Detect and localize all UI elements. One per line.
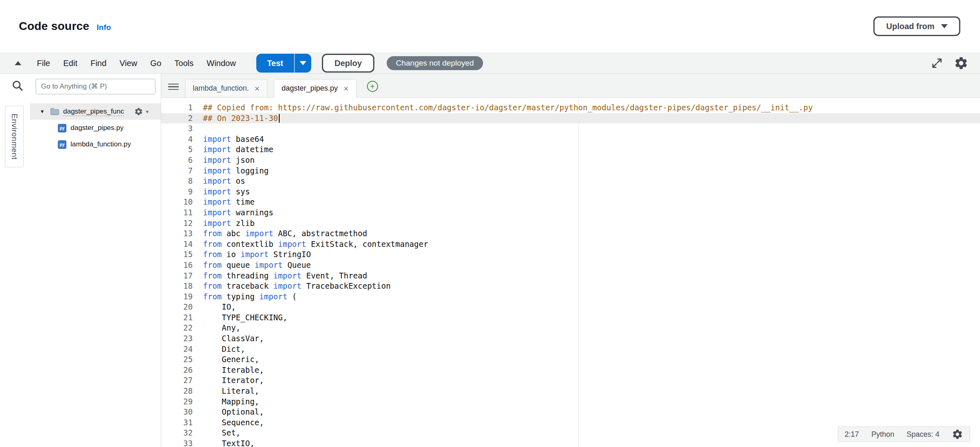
line-number: 32 [161, 428, 193, 438]
code-line-26[interactable]: 26 Iterable, [161, 365, 980, 376]
tab-list-icon[interactable] [168, 84, 179, 90]
code-line-18[interactable]: 18from traceback import TracebackExcepti… [161, 281, 980, 292]
code-text: import logging [193, 166, 269, 176]
code-line-5[interactable]: 5import datetime [161, 144, 980, 155]
code-lines: 1## Copied from: https://raw.githubuserc… [161, 98, 980, 447]
code-text: ## On 2023-11-30 [193, 113, 280, 124]
code-editor[interactable]: 1## Copied from: https://raw.githubuserc… [161, 98, 980, 447]
close-tab-icon[interactable]: × [344, 84, 349, 93]
code-line-21[interactable]: 21 TYPE_CHECKING, [161, 312, 980, 323]
code-line-1[interactable]: 1## Copied from: https://raw.githubuserc… [161, 103, 980, 113]
menu-tools[interactable]: Tools [168, 52, 200, 74]
code-line-15[interactable]: 15from io import StringIO [161, 249, 980, 260]
menu-file[interactable]: File [30, 52, 57, 74]
code-line-10[interactable]: 10import time [161, 197, 980, 208]
line-number: 27 [161, 375, 193, 386]
file-label: dagster_pipes.py [71, 124, 123, 132]
code-text: Iterable, [193, 365, 264, 376]
tab-dagster-pipes-py[interactable]: dagster_pipes.py× [274, 79, 356, 98]
lambda-code-editor-panel: Code source Info Upload from FileEditFin… [0, 0, 980, 447]
code-line-12[interactable]: 12import zlib [161, 218, 980, 229]
code-text: ClassVar, [193, 333, 264, 344]
line-number: 5 [161, 144, 193, 155]
tree-item-lambda-function-py[interactable]: pylambda_function.py [30, 136, 161, 153]
deploy-status-badge: Changes not deployed [387, 56, 483, 70]
chevron-down-icon: ▼ [145, 109, 149, 114]
menu-window[interactable]: Window [200, 52, 242, 74]
tab-lambda-function[interactable]: lambda_function.× [185, 79, 267, 97]
code-line-30[interactable]: 30 Optional, [161, 407, 980, 417]
code-line-16[interactable]: 16from queue import Queue [161, 260, 980, 271]
new-tab-button[interactable]: + [367, 81, 378, 92]
chevron-down-icon [941, 24, 948, 28]
environment-tab[interactable]: Environment [5, 106, 24, 167]
code-line-25[interactable]: 25 Generic, [161, 354, 980, 365]
code-text: from traceback import TracebackException [193, 281, 391, 292]
editor-status-bar: 2:17 Python Spaces: 4 [838, 426, 970, 442]
menu-view[interactable]: View [113, 52, 144, 74]
code-text: Optional, [193, 407, 264, 417]
python-file-icon: py [58, 124, 66, 132]
goto-anything-input[interactable] [36, 79, 155, 94]
editor-main: lambda_function.×dagster_pipes.py× + 1##… [161, 74, 980, 447]
editor-menubar: FileEditFindViewGoToolsWindow Test Deplo… [0, 52, 980, 74]
menu-items: FileEditFindViewGoToolsWindow [30, 52, 242, 74]
upload-from-button[interactable]: Upload from [873, 16, 960, 36]
test-button[interactable]: Test [256, 54, 294, 73]
line-number: 15 [161, 249, 193, 260]
python-file-icon: py [58, 140, 66, 149]
code-line-7[interactable]: 7import logging [161, 166, 980, 176]
code-line-23[interactable]: 23 ClassVar, [161, 333, 980, 344]
cursor-position[interactable]: 2:17 [845, 430, 859, 439]
code-text: import warnings [193, 208, 273, 218]
file-tree: ▼dagster_pipes_func▼pydagster_pipes.pypy… [30, 103, 161, 153]
code-text: Sequence, [193, 417, 264, 428]
settings-gear-icon[interactable] [954, 56, 969, 71]
language-mode[interactable]: Python [871, 430, 894, 439]
code-line-2[interactable]: 2## On 2023-11-30 [161, 113, 980, 124]
code-line-22[interactable]: 22 Any, [161, 323, 980, 333]
code-line-6[interactable]: 6import json [161, 155, 980, 166]
code-line-13[interactable]: 13from abc import ABC, abstractmethod [161, 228, 980, 239]
code-line-28[interactable]: 28 Literal, [161, 386, 980, 397]
fullscreen-icon[interactable] [931, 57, 943, 69]
code-line-24[interactable]: 24 Dict, [161, 344, 980, 355]
collapse-panel-icon[interactable] [15, 61, 21, 65]
code-text: from threading import Event, Thread [193, 271, 367, 281]
code-line-19[interactable]: 19from typing import ( [161, 292, 980, 302]
code-line-14[interactable]: 14from contextlib import ExitStack, cont… [161, 239, 980, 250]
close-tab-icon[interactable]: × [255, 84, 260, 93]
code-line-4[interactable]: 4import base64 [161, 134, 980, 145]
tree-item-dagster-pipes-py[interactable]: pydagster_pipes.py [30, 120, 161, 136]
code-line-29[interactable]: 29 Mapping, [161, 397, 980, 407]
code-text: from abc import ABC, abstractmethod [193, 228, 367, 239]
indent-setting[interactable]: Spaces: 4 [907, 430, 939, 439]
code-line-27[interactable]: 27 Iterator, [161, 375, 980, 386]
tab-bar: lambda_function.×dagster_pipes.py× + [161, 74, 980, 98]
deploy-button[interactable]: Deploy [322, 54, 375, 73]
folder-expand-icon[interactable]: ▼ [40, 109, 46, 114]
info-link[interactable]: Info [97, 23, 111, 32]
code-line-8[interactable]: 8import os [161, 176, 980, 187]
menu-find[interactable]: Find [84, 52, 113, 74]
line-number: 30 [161, 407, 193, 417]
folder-icon [50, 107, 60, 117]
code-text: Mapping, [193, 397, 259, 407]
code-line-20[interactable]: 20 IO, [161, 302, 980, 312]
test-dropdown-button[interactable] [294, 54, 311, 73]
line-number: 16 [161, 260, 193, 271]
folder-settings-gear-icon[interactable]: ▼ [134, 107, 149, 116]
line-number: 3 [161, 123, 193, 134]
menu-edit[interactable]: Edit [57, 52, 84, 74]
menu-go[interactable]: Go [144, 52, 168, 74]
code-line-9[interactable]: 9import sys [161, 187, 980, 197]
title-row: Code source Info [19, 20, 111, 33]
code-line-17[interactable]: 17from threading import Event, Thread [161, 271, 980, 281]
search-icon [11, 80, 24, 92]
code-line-3[interactable]: 3 [161, 123, 980, 134]
line-number: 18 [161, 281, 193, 292]
tree-item-dagster-pipes-func[interactable]: ▼dagster_pipes_func▼ [30, 103, 161, 120]
status-settings-gear-icon[interactable] [952, 429, 963, 440]
code-text: Iterator, [193, 375, 264, 386]
code-line-11[interactable]: 11import warnings [161, 208, 980, 218]
